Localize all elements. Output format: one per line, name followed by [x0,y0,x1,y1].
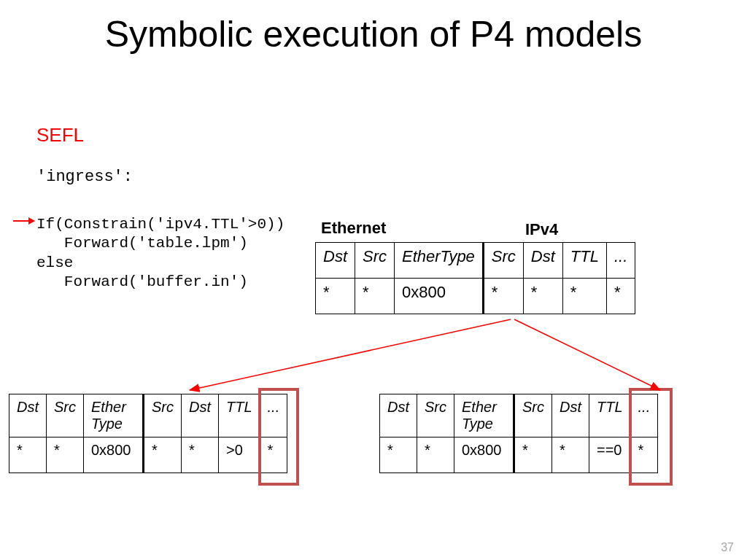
header-cell: Src [417,394,454,438]
header-cell: ... [630,394,658,438]
value-cell: * [9,438,47,473]
header-cell: Src [514,394,552,438]
packet-table-bottom-left: Dst Src Ether Type Src Dst TTL ... * * 0… [9,394,287,473]
ipv4-label: IPv4 [525,220,558,239]
header-cell: Ether Type [84,394,144,438]
value-cell: * [144,438,182,473]
header-cell: Src [47,394,84,438]
table-row: Dst Src Ether Type Src Dst TTL ... [380,394,658,438]
header-cell: Dst [552,394,589,438]
value-cell: >0 [219,438,260,473]
header-cell: Dst [182,394,219,438]
value-cell: * [182,438,219,473]
value-cell: ==0 [589,438,631,473]
header-cell: TTL [219,394,260,438]
header-cell: Src [483,243,523,279]
value-cell: * [47,438,84,473]
header-cell: Src [355,243,395,279]
table-row: * * 0x800 * * >0 * [9,438,287,473]
value-cell: * [417,438,454,473]
value-cell: * [316,279,355,314]
svg-line-0 [190,319,511,390]
value-cell: * [380,438,417,473]
header-cell: Ether Type [454,394,514,438]
header-cell: Dst [380,394,417,438]
table-row: Dst Src EtherType Src Dst TTL ... [316,243,635,279]
sefl-label: SEFL [36,124,84,147]
header-cell: ... [260,394,287,438]
ethernet-label: Ethernet [321,219,386,238]
value-cell: 0x800 [454,438,514,473]
page-number: 37 [721,541,734,554]
header-cell: Dst [523,243,562,279]
table-row: * * 0x800 * * ==0 * [380,438,658,473]
value-cell: * [355,279,395,314]
table-row: Dst Src Ether Type Src Dst TTL ... [9,394,287,438]
value-cell: * [514,438,552,473]
header-cell: Dst [316,243,355,279]
header-cell: TTL [589,394,631,438]
svg-line-1 [514,319,660,390]
value-cell: * [483,279,523,314]
ingress-label: 'ingress': [36,168,133,186]
value-cell: * [606,279,635,314]
arrow-to-code-icon [13,220,34,222]
table-row: * * 0x800 * * * * [316,279,635,314]
slide-title: Symbolic execution of P4 models [0,13,747,55]
header-cell: ... [606,243,635,279]
value-cell: * [562,279,606,314]
header-cell: TTL [562,243,606,279]
header-cell: Src [144,394,182,438]
value-cell: * [260,438,287,473]
code-block: If(Constrain('ipv4.TTL'>0)) Forward('tab… [36,215,285,292]
packet-table-top: Dst Src EtherType Src Dst TTL ... * * 0x… [315,242,635,314]
value-cell: 0x800 [395,279,484,314]
value-cell: 0x800 [84,438,144,473]
header-cell: EtherType [395,243,484,279]
value-cell: * [630,438,658,473]
header-cell: Dst [9,394,47,438]
value-cell: * [552,438,589,473]
value-cell: * [523,279,562,314]
packet-table-bottom-right: Dst Src Ether Type Src Dst TTL ... * * 0… [379,394,658,473]
